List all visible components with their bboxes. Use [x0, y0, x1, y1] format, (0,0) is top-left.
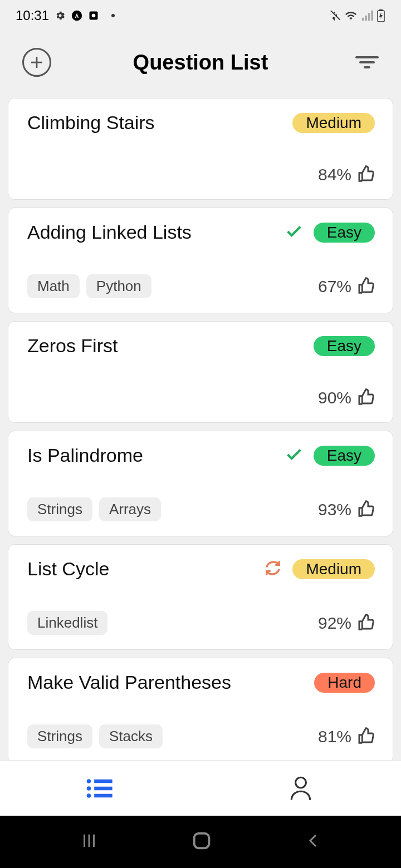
like-percent: 67%: [318, 277, 351, 296]
back-button[interactable]: [305, 831, 321, 853]
question-title: Adding Linked Lists: [27, 221, 192, 243]
svg-rect-4: [379, 9, 383, 11]
like-percent: 92%: [318, 614, 351, 633]
question-card[interactable]: Make Valid ParenthesesHardStringsStacks8…: [8, 658, 393, 763]
filter-icon: [355, 56, 379, 58]
svg-rect-8: [94, 786, 113, 790]
status-right: [329, 9, 385, 22]
check-icon: [285, 222, 304, 243]
difficulty-badge: Medium: [292, 113, 375, 133]
svg-point-9: [87, 793, 91, 798]
signal-icon: [361, 9, 373, 22]
question-card[interactable]: Climbing StairsMedium84%: [8, 98, 393, 200]
like-stats: 81%: [318, 727, 375, 747]
difficulty-badge: Easy: [314, 223, 375, 243]
card-bottom: 84%: [27, 165, 375, 185]
system-nav: [0, 816, 401, 868]
card-right: Medium: [263, 559, 375, 580]
nav-profile[interactable]: [200, 761, 401, 816]
thumbs-up-icon: [357, 277, 375, 297]
card-bottom: MathPython67%: [27, 274, 375, 298]
gear-icon: [55, 10, 66, 21]
wifi-icon: [344, 9, 358, 22]
card-top: Zeros FirstEasy: [27, 335, 375, 357]
like-percent: 93%: [318, 500, 351, 519]
card-top: Climbing StairsMedium: [27, 112, 375, 134]
difficulty-badge: Medium: [292, 559, 375, 579]
question-list: Climbing StairsMedium84%Adding Linked Li…: [0, 93, 401, 763]
tag-list: MathPython: [27, 274, 151, 298]
nav-list[interactable]: [0, 761, 200, 816]
card-right: Easy: [314, 336, 375, 356]
card-right: Hard: [314, 673, 375, 693]
svg-rect-12: [194, 834, 209, 849]
status-bar: 10:31: [0, 0, 401, 31]
question-card[interactable]: Adding Linked ListsEasyMathPython67%: [8, 208, 393, 313]
tag: Math: [27, 274, 80, 298]
tag-list: StringsArrays: [27, 497, 161, 521]
like-percent: 90%: [318, 388, 351, 407]
like-percent: 84%: [318, 165, 351, 184]
card-right: Easy: [285, 445, 375, 466]
card-top: Make Valid ParenthesesHard: [27, 672, 375, 693]
like-stats: 90%: [318, 388, 375, 408]
thumbs-up-icon: [357, 500, 375, 520]
check-icon: [285, 445, 304, 466]
filter-button[interactable]: [355, 56, 379, 68]
card-bottom: 90%: [27, 388, 375, 408]
tag-list: Linkedlist: [27, 611, 107, 635]
thumbs-up-icon: [357, 727, 375, 747]
tag: Linkedlist: [27, 611, 107, 635]
question-title: List Cycle: [27, 558, 109, 580]
difficulty-badge: Hard: [314, 673, 375, 693]
clock: 10:31: [16, 8, 49, 23]
app-header: Question List: [0, 31, 401, 93]
svg-point-7: [87, 786, 91, 791]
tag: Strings: [27, 497, 92, 521]
battery-icon: [376, 9, 385, 22]
tag: Python: [86, 274, 151, 298]
like-percent: 81%: [318, 727, 351, 746]
card-right: Easy: [285, 222, 375, 243]
question-card[interactable]: Zeros FirstEasy90%: [8, 321, 393, 423]
like-stats: 67%: [318, 277, 375, 297]
question-title: Climbing Stairs: [27, 112, 155, 134]
status-left: 10:31: [16, 8, 115, 23]
card-bottom: StringsArrays93%: [27, 497, 375, 521]
card-top: Adding Linked ListsEasy: [27, 221, 375, 243]
recents-button[interactable]: [80, 831, 99, 852]
add-button[interactable]: [22, 48, 51, 77]
app-icon-square: [88, 10, 99, 21]
thumbs-up-icon: [357, 165, 375, 185]
retry-icon: [263, 559, 282, 580]
svg-point-5: [87, 779, 91, 783]
tag-list: StringsStacks: [27, 724, 163, 748]
difficulty-badge: Easy: [314, 446, 375, 466]
card-top: List CycleMedium: [27, 558, 375, 580]
card-bottom: Linkedlist92%: [27, 611, 375, 635]
card-top: Is PalindromeEasy: [27, 445, 375, 466]
app-icon-circle: [71, 10, 82, 21]
card-bottom: StringsStacks81%: [27, 724, 375, 748]
difficulty-badge: Easy: [314, 336, 375, 356]
like-stats: 93%: [318, 500, 375, 520]
tag: Arrays: [99, 497, 161, 521]
bottom-nav: [0, 760, 401, 816]
profile-icon: [287, 775, 315, 802]
thumbs-up-icon: [357, 613, 375, 633]
question-title: Zeros First: [27, 335, 118, 357]
plus-icon: [28, 54, 45, 71]
question-card[interactable]: List CycleMediumLinkedlist92%: [8, 544, 393, 650]
question-title: Make Valid Parentheses: [27, 672, 231, 693]
tag: Stacks: [99, 724, 163, 748]
svg-point-2: [92, 14, 96, 18]
svg-rect-6: [94, 779, 113, 783]
like-stats: 92%: [318, 613, 375, 633]
question-title: Is Palindrome: [27, 445, 143, 466]
question-card[interactable]: Is PalindromeEasyStringsArrays93%: [8, 431, 393, 536]
home-button[interactable]: [190, 830, 213, 854]
notification-dot: [111, 14, 115, 17]
mute-icon: [329, 9, 341, 22]
list-icon: [86, 777, 115, 800]
page-title: Question List: [133, 51, 268, 75]
